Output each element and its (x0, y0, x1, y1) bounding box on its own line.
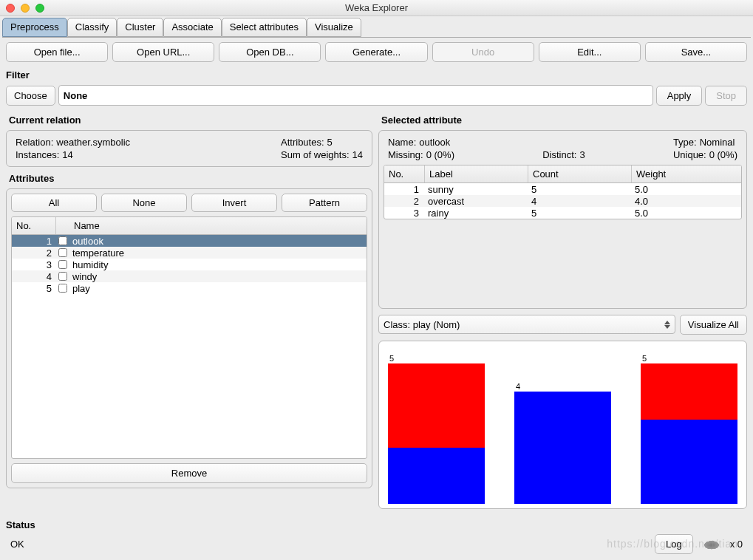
attributes-panel: All None Invert Pattern No. Name 1outloo… (6, 188, 372, 488)
class-row: Class: play (Nom) Visualize All (378, 315, 747, 335)
table-row[interactable]: 3humidity (12, 259, 367, 270)
window-title: Weka Explorer (345, 2, 408, 13)
tab-preprocess[interactable]: Preprocess (2, 18, 67, 37)
col-no-header: No. (12, 217, 56, 234)
open-db-button[interactable]: Open DB... (219, 42, 321, 62)
class-select[interactable]: Class: play (Nom) (378, 315, 675, 334)
col-name-header: Name (69, 217, 367, 234)
undo-button: Undo (432, 42, 534, 62)
generate-button[interactable]: Generate... (325, 42, 427, 62)
main-tabs: Preprocess Classify Cluster Associate Se… (0, 16, 753, 37)
minimize-icon[interactable] (21, 4, 30, 13)
missing-label: Missing: (388, 149, 423, 160)
relation-label: Relation: (16, 137, 53, 148)
row-checkbox[interactable] (58, 236, 67, 245)
class-select-value: Class: play (Nom) (384, 319, 460, 330)
filter-heading: Filter (0, 66, 753, 82)
status-heading: Status (6, 519, 747, 530)
edit-button[interactable]: Edit... (539, 42, 641, 62)
tab-visualize[interactable]: Visualize (307, 18, 361, 37)
table-row[interactable]: 1outlook (12, 235, 367, 247)
col-check-header (56, 217, 69, 234)
visualize-all-button[interactable]: Visualize All (680, 315, 747, 335)
table-row[interactable]: 4windy (12, 270, 367, 282)
type-label: Type: (673, 137, 697, 148)
chart-bar: 5 (641, 354, 737, 504)
vcol-no-header: No. (384, 165, 425, 182)
close-icon[interactable] (6, 4, 15, 13)
sumw-value: 14 (352, 149, 363, 160)
current-relation-heading: Current relation (3, 112, 375, 127)
filter-input[interactable] (58, 85, 653, 106)
distinct-label: Distinct: (542, 149, 576, 160)
table-row[interactable]: 2temperature (12, 247, 367, 259)
attributes-heading: Attributes (3, 170, 375, 185)
distinct-value: 3 (579, 149, 585, 160)
chart-bar: 4 (514, 382, 611, 504)
attributes-label: Attributes: (281, 137, 324, 148)
filter-row: Choose Apply Stop (0, 82, 753, 112)
unique-label: Unique: (673, 149, 706, 160)
none-button[interactable]: None (101, 194, 187, 212)
selected-attribute-heading: Selected attribute (375, 112, 750, 127)
apply-button[interactable]: Apply (656, 86, 703, 106)
chart-bar: 5 (388, 354, 485, 504)
stop-button: Stop (705, 86, 747, 106)
tab-select-attributes[interactable]: Select attributes (222, 18, 307, 37)
selected-attribute-panel: Name: outlook Missing: 0 (0%) Distinct: … (378, 130, 747, 309)
window-controls (6, 4, 44, 13)
open-url-button[interactable]: Open URL... (112, 42, 214, 62)
sumw-label: Sum of weights: (281, 149, 350, 160)
save-button[interactable]: Save... (645, 42, 747, 62)
tab-classify[interactable]: Classify (67, 18, 117, 37)
attributes-value: 5 (327, 137, 333, 148)
tab-associate[interactable]: Associate (163, 18, 221, 37)
row-checkbox[interactable] (58, 248, 67, 257)
table-row: 2overcast44.0 (384, 195, 741, 207)
row-checkbox[interactable] (58, 284, 67, 293)
row-checkbox[interactable] (58, 260, 67, 269)
row-checkbox[interactable] (58, 272, 67, 281)
watermark: https://blog.csdn.net/tian (607, 538, 738, 550)
current-relation-panel: Relation: weather.symbolic Instances: 14… (6, 130, 372, 167)
invert-button[interactable]: Invert (191, 194, 277, 212)
titlebar: Weka Explorer (0, 0, 753, 16)
chart-panel: 545 (378, 341, 747, 509)
name-value: outlook (419, 137, 450, 148)
pattern-button[interactable]: Pattern (282, 194, 367, 212)
tab-cluster[interactable]: Cluster (117, 18, 163, 37)
type-value: Nominal (700, 137, 735, 148)
unique-value: 0 (0%) (709, 149, 737, 160)
maximize-icon[interactable] (35, 4, 44, 13)
attributes-table[interactable]: No. Name 1outlook2temperature3humidity4w… (11, 216, 367, 459)
status-text: OK (10, 539, 24, 550)
table-row: 1sunny55.0 (384, 183, 741, 195)
instances-label: Instances: (16, 149, 59, 160)
choose-button[interactable]: Choose (6, 86, 55, 106)
remove-button[interactable]: Remove (11, 463, 367, 483)
table-row: 3rainy55.0 (384, 207, 741, 219)
vcol-weight-header: Weight (632, 165, 741, 182)
name-label: Name: (388, 137, 416, 148)
missing-value: 0 (0%) (426, 149, 454, 160)
vcol-count-header: Count (528, 165, 632, 182)
table-row[interactable]: 5play (12, 282, 367, 294)
all-button[interactable]: All (11, 194, 97, 212)
chevron-updown-icon (664, 321, 670, 329)
vcol-label-header: Label (425, 165, 528, 182)
instances-value: 14 (62, 149, 72, 160)
relation-value: weather.symbolic (56, 137, 130, 148)
action-bar: Open file... Open URL... Open DB... Gene… (0, 38, 753, 66)
open-file-button[interactable]: Open file... (6, 42, 108, 62)
values-table: No. Label Count Weight 1sunny55.02overca… (384, 165, 742, 219)
